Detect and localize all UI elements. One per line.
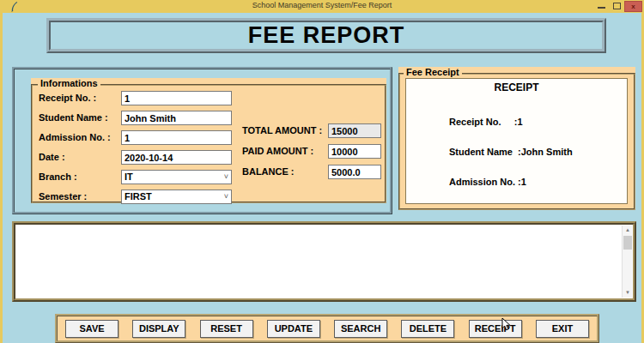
report-frame: ▲ ▼ bbox=[12, 221, 636, 302]
update-button[interactable]: UPDATE bbox=[267, 320, 320, 338]
display-button[interactable]: DISPLAY bbox=[132, 320, 185, 338]
semester-value: FIRST bbox=[125, 191, 152, 202]
semester-combobox[interactable]: FIRST ˅ bbox=[121, 190, 232, 204]
admission-no-label: Admission No. : bbox=[39, 130, 111, 145]
semester-label: Semester : bbox=[39, 190, 87, 204]
receipt-lines: Receipt No. :1 Student Name :John Smith … bbox=[449, 98, 573, 204]
scroll-down-icon[interactable]: ▼ bbox=[623, 288, 633, 298]
vertical-scrollbar[interactable]: ▲ ▼ bbox=[622, 226, 632, 298]
student-name-input[interactable] bbox=[121, 111, 232, 125]
branch-label: Branch : bbox=[39, 170, 77, 184]
balance-label: BALANCE : bbox=[242, 165, 295, 179]
delete-button[interactable]: DELETE bbox=[401, 320, 454, 338]
page-title: FEE REPORT bbox=[46, 18, 606, 53]
receipt-heading: RECEIPT bbox=[406, 81, 627, 93]
maximize-button[interactable] bbox=[613, 3, 621, 9]
receipt-line: Student Name :John Smith bbox=[449, 147, 573, 158]
paid-amount-label: PAID AMOUNT : bbox=[242, 144, 313, 159]
branch-combobox[interactable]: IT ˅ bbox=[121, 170, 232, 184]
exit-button[interactable]: EXIT bbox=[536, 320, 589, 338]
chevron-down-icon: ˅ bbox=[224, 190, 228, 203]
date-label: Date : bbox=[39, 150, 65, 165]
app-window: School Management System/Fee Report x FE… bbox=[0, 0, 644, 343]
scroll-up-icon[interactable]: ▲ bbox=[623, 226, 633, 235]
close-button[interactable]: x bbox=[624, 1, 642, 12]
fee-receipt-legend: Fee Receipt bbox=[404, 67, 462, 77]
save-button[interactable]: SAVE bbox=[65, 320, 118, 338]
receipt-display: RECEIPT Receipt No. :1 Student Name :Joh… bbox=[405, 78, 628, 204]
student-name-label: Student Name : bbox=[39, 111, 108, 125]
receipt-no-input[interactable] bbox=[121, 91, 232, 105]
titlebar: School Management System/Fee Report x bbox=[0, 0, 644, 13]
chevron-down-icon: ˅ bbox=[224, 171, 228, 184]
main-surface: FEE REPORT Informations Receipt No. : St… bbox=[3, 13, 641, 343]
report-textarea[interactable] bbox=[15, 225, 622, 298]
total-amount-input[interactable] bbox=[328, 123, 381, 138]
search-button[interactable]: SEARCH bbox=[334, 320, 387, 338]
informations-panel: Informations Receipt No. : Student Name … bbox=[31, 78, 386, 203]
receipt-line: Admission No. :1 bbox=[449, 178, 573, 188]
receipt-line: Receipt No. :1 bbox=[449, 117, 573, 128]
minimize-button[interactable] bbox=[598, 7, 605, 9]
button-bar: SAVE DISPLAY RESET UPDATE SEARCH DELETE … bbox=[55, 314, 599, 343]
total-amount-label: TOTAL AMOUNT : bbox=[242, 123, 322, 138]
receipt-no-label: Receipt No. : bbox=[39, 91, 96, 105]
reset-button[interactable]: RESET bbox=[200, 320, 253, 338]
paid-amount-input[interactable] bbox=[328, 144, 381, 159]
date-input[interactable] bbox=[121, 150, 232, 165]
receipt-button[interactable]: RECEIPT bbox=[469, 320, 522, 338]
branch-value: IT bbox=[125, 172, 133, 182]
scrollbar-thumb[interactable] bbox=[623, 236, 632, 250]
window-title: School Management System/Fee Report bbox=[0, 1, 644, 9]
balance-input[interactable] bbox=[328, 165, 381, 179]
fee-receipt-panel: Fee Receipt RECEIPT Receipt No. :1 Stude… bbox=[398, 67, 635, 210]
informations-legend: Informations bbox=[38, 78, 100, 88]
admission-no-input[interactable] bbox=[121, 130, 232, 145]
